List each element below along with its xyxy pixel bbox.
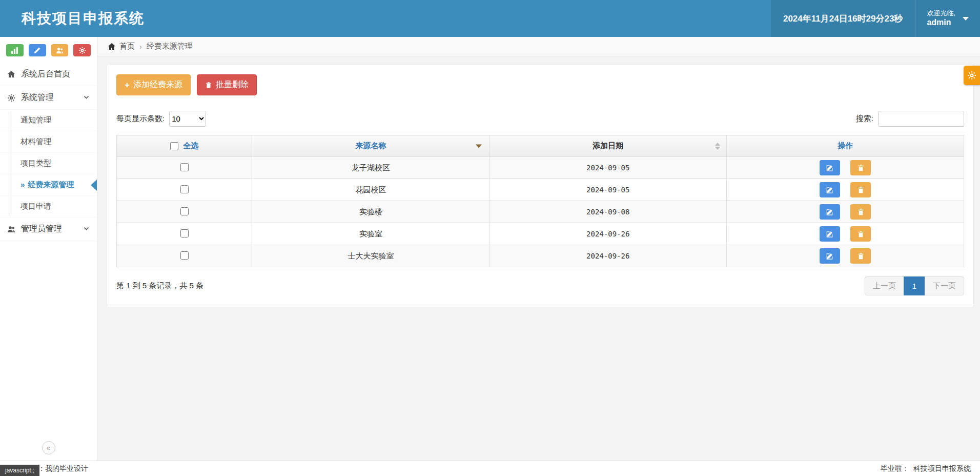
page-footer: 版权所有：我的毕业设计 毕业啦： 科技项目申报系统 [0,461,980,476]
row-checkbox[interactable] [180,229,189,237]
record-summary: 第 1 到 5 条记录，共 5 条 [116,281,203,291]
column-header-date[interactable]: 添加日期 [489,135,727,157]
pagination: 上一页 1 下一页 [865,276,964,295]
date-cell: 2024-09-26 [489,223,727,245]
pencil-icon[interactable] [29,44,46,56]
toolbar: + 添加经费来源 批量删除 [116,74,964,95]
trash-icon [205,82,212,89]
page-size-control: 每页显示条数: 10 [116,111,206,127]
delete-button[interactable] [850,182,871,197]
breadcrumb-home[interactable]: 首页 [108,42,135,51]
sidebar-quick-buttons [0,37,97,63]
sidebar-item-admin-management[interactable]: 管理员管理 [0,217,97,241]
breadcrumb-home-label: 首页 [119,42,135,51]
gears-icon[interactable] [73,44,91,56]
delete-button[interactable] [850,248,871,264]
edit-button[interactable] [820,226,840,242]
welcome-text: 欢迎光临, [927,9,955,17]
gear-icon [7,94,15,102]
batch-delete-button[interactable]: 批量删除 [197,74,257,95]
date-cell: 2024-09-05 [489,179,727,201]
date-cell: 2024-09-05 [489,157,727,179]
sidebar-item-dashboard[interactable]: 系统后台首页 [0,63,97,86]
row-checkbox[interactable] [180,207,189,215]
sidebar-item-material-management[interactable]: 材料管理 [0,131,97,153]
delete-button[interactable] [850,204,871,220]
select-all-label[interactable]: 全选 [183,141,198,151]
users-icon[interactable] [51,44,69,56]
sidebar-item-notice-management[interactable]: 通知管理 [0,110,97,131]
sidebar-collapse-button[interactable]: « [42,441,55,454]
edit-icon [826,230,833,238]
prev-page-button[interactable]: 上一页 [865,276,904,295]
browser-status-text: javascript:; [0,465,39,476]
edit-icon [826,186,833,194]
active-arrow-icon [91,180,97,191]
sidebar-menu: 系统后台首页 系统管理 通知管理 材料管理 项目类型 »经费来源管理 项目申请 [0,63,97,241]
table-row: 士大夫实验室 2024-09-26 [117,245,964,267]
edit-icon [826,164,833,172]
table-footer: 第 1 到 5 条记录，共 5 条 上一页 1 下一页 [116,276,964,295]
sidebar-item-label: 管理员管理 [21,224,62,234]
edit-button[interactable] [820,182,840,197]
home-icon [7,70,15,78]
delete-button[interactable] [850,226,871,242]
next-page-button[interactable]: 下一页 [925,276,964,295]
page-size-label: 每页显示条数: [116,114,165,124]
footer-right-label: 毕业啦： [881,464,909,473]
edit-button[interactable] [820,160,840,175]
source-name-cell: 实验楼 [252,201,489,223]
select-all-checkbox[interactable] [170,142,178,150]
app-title: 科技项目申报系统 [0,0,145,37]
search-label: 搜索: [856,114,873,124]
table-row: 实验楼 2024-09-08 [117,201,964,223]
trash-icon [857,186,865,194]
settings-gear-button[interactable] [964,66,980,85]
sort-both-icon [715,143,720,150]
active-marker: » [21,180,25,189]
top-header: 科技项目申报系统 2024年11月24日16时29分23秒 欢迎光临, admi… [0,0,980,37]
edit-button[interactable] [820,248,840,264]
user-menu[interactable]: 欢迎光临, admin [915,0,980,37]
sidebar-item-project-application[interactable]: 项目申请 [0,196,97,217]
chevron-down-icon [83,225,90,234]
funding-source-panel: + 添加经费来源 批量删除 每页显示条数: 10 搜索: [107,65,974,307]
trash-icon [857,230,865,238]
breadcrumb: 首页 › 经费来源管理 [97,37,980,56]
trash-icon [857,164,865,172]
table-row: 龙子湖校区 2024-09-05 [117,157,964,179]
source-name-cell: 龙子湖校区 [252,157,489,179]
chevron-down-icon [963,17,969,21]
column-header-source-name[interactable]: 来源名称 [252,135,489,157]
datetime-display: 2024年11月24日16时29分23秒 [771,0,915,37]
users-icon [7,225,15,233]
source-name-cell: 士大夫实验室 [252,245,489,267]
edit-button[interactable] [820,204,840,220]
row-checkbox[interactable] [180,185,189,193]
trash-icon [857,208,865,216]
search-input[interactable] [878,111,964,127]
table-row: 实验室 2024-09-26 [117,223,964,245]
delete-button[interactable] [850,160,871,175]
row-checkbox[interactable] [180,251,189,260]
source-name-cell: 花园校区 [252,179,489,201]
home-icon [108,43,116,51]
sidebar-item-system-management[interactable]: 系统管理 [0,86,97,110]
page-size-select[interactable]: 10 [169,111,206,127]
source-name-cell: 实验室 [252,223,489,245]
sidebar-item-funding-source-management[interactable]: »经费来源管理 [0,174,97,196]
edit-icon [826,252,833,260]
main-content: 首页 › 经费来源管理 + 添加经费来源 批量删除 每页显示条数: [97,37,980,461]
table-controls: 每页显示条数: 10 搜索: [116,111,964,127]
sidebar-item-project-type[interactable]: 项目类型 [0,153,97,174]
funding-source-table: 全选 来源名称 添加日期 操作 [116,135,964,267]
row-checkbox[interactable] [180,163,189,171]
date-cell: 2024-09-08 [489,201,727,223]
current-page-button[interactable]: 1 [904,276,925,295]
add-funding-source-button[interactable]: + 添加经费来源 [116,74,191,95]
bar-chart-icon[interactable] [6,44,24,56]
header-right: 2024年11月24日16时29分23秒 欢迎光临, admin [771,0,980,37]
chevron-down-icon [83,93,90,103]
search-control: 搜索: [856,111,964,127]
column-header-actions: 操作 [727,135,964,157]
